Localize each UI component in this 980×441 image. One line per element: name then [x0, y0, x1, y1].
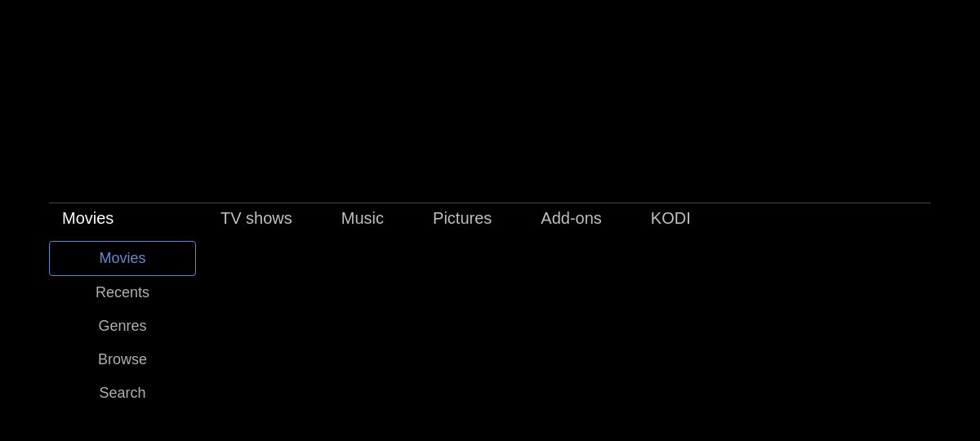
submenu-item-search[interactable]: Search [49, 376, 196, 410]
nav-item-music[interactable]: Music [317, 203, 408, 234]
submenu-item-movies[interactable]: Movies [49, 241, 196, 276]
nav-submenu-movies: Movies Recents Genres Browse Search [49, 241, 196, 410]
nav-item-addons[interactable]: Add-ons [516, 203, 626, 234]
submenu-item-recents[interactable]: Recents [49, 276, 196, 310]
nav-item-tvshows[interactable]: TV shows [196, 203, 317, 234]
nav-container: Movies Movies Recents Genres Browse Sear… [0, 203, 980, 410]
other-nav-items: TV shows Music Pictures Add-ons KODI [196, 203, 715, 234]
nav-item-kodi[interactable]: KODI [626, 203, 715, 234]
nav-section-movies: Movies Movies Recents Genres Browse Sear… [49, 203, 196, 410]
nav-item-pictures[interactable]: Pictures [408, 203, 516, 234]
nav-item-movies[interactable]: Movies [49, 203, 127, 234]
submenu-item-genres[interactable]: Genres [49, 310, 196, 343]
submenu-item-browse[interactable]: Browse [49, 343, 196, 376]
